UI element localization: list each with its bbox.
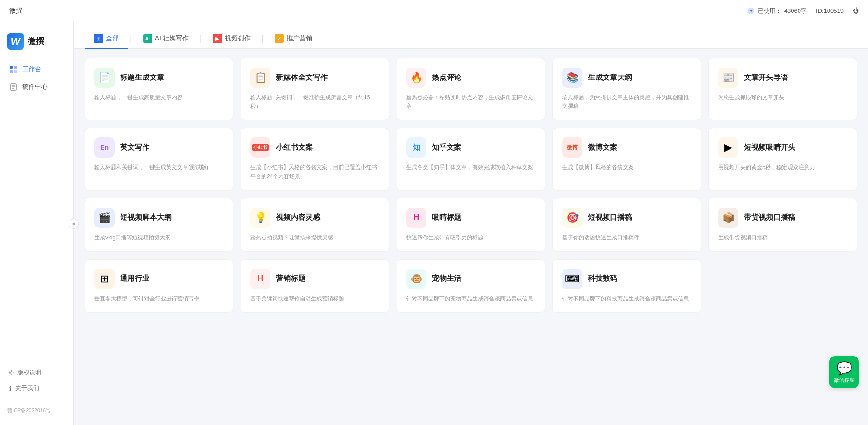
- card-universal-industry[interactable]: ⊞ 通用行业 垂直各大模型，可针对全行业进行营销写作: [85, 259, 233, 313]
- card-title: 宠物生活: [432, 274, 461, 283]
- svg-rect-3: [14, 66, 17, 69]
- card-desc: 针对不同品牌下的科技商品生成符合该商品卖点信息: [562, 295, 691, 303]
- tab-promo-icon: ✓: [275, 34, 284, 43]
- tab-ai-label: AI 社媒写作: [155, 34, 189, 43]
- sidebar-item-label: 工作台: [22, 65, 41, 74]
- tabs: ⊞ 全部 | AI AI 社媒写作 | ▶ 视频创作 | ✓ 推广营销: [74, 22, 868, 49]
- topbar: 微撰 T 已使用： 43060字 ID:100519 ⏻: [0, 0, 868, 22]
- card-header: 💡 视频内容灵感: [250, 208, 379, 228]
- card-marketing-title[interactable]: H 营销标题 基于关键词快速帮你自动生成营销标题: [241, 259, 389, 313]
- card-title: 带货视频口播稿: [744, 213, 795, 222]
- card-icon: 📰: [718, 68, 738, 88]
- card-icon: ⌨: [562, 269, 582, 289]
- card-article-opening[interactable]: 📰 文章开头导语 为您生成抓眼球的文章开头: [708, 58, 857, 120]
- card-header: 知 知乎文案: [406, 137, 535, 158]
- card-desc: 踏热点必备：粘贴实时热点内容，生成多角度评论文章: [406, 93, 535, 111]
- sidebar-logo: W 微撰: [0, 29, 73, 61]
- card-english-writing[interactable]: En 英文写作 输入标题和关键词，一键生成英文文章(测试版): [85, 128, 233, 190]
- card-header: 小红书 小红书文案: [250, 137, 379, 158]
- tab-promo-label: 推广营销: [287, 34, 312, 43]
- about-icon: ℹ: [9, 385, 11, 392]
- sidebar-about[interactable]: ℹ 关于我们: [0, 380, 73, 396]
- svg-text:T: T: [750, 9, 752, 13]
- card-hook-title[interactable]: H 吸睛标题 快速帮你生成带有吸引力的标题: [397, 198, 545, 252]
- tab-all-label: 全部: [106, 34, 119, 43]
- workbench-icon: [9, 65, 17, 74]
- card-grid: 📄 标题生成文章 输入标题，一键生成高质量文章内容 📋 新媒体全文写作 输入标题…: [85, 58, 857, 313]
- sidebar-bottom: © 版权说明 ℹ 关于我们: [0, 357, 73, 403]
- card-icon: 知: [406, 137, 426, 158]
- card-icon: 🐵: [406, 269, 426, 289]
- card-ecommerce-script[interactable]: 📦 带货视频口播稿 生成带货视频口播稿: [708, 198, 857, 252]
- tab-promo[interactable]: ✓ 推广营销: [265, 29, 322, 49]
- sidebar-nav: 工作台 稿件中心: [0, 61, 73, 357]
- card-desc: 快速帮你生成带有吸引力的标题: [406, 233, 535, 242]
- topbar-id: ID:100519: [816, 7, 844, 14]
- card-short-video-hook[interactable]: ▶ 短视频吸睛开头 用视频开头的黄金5秒，稳定观众注意力: [708, 128, 857, 190]
- card-weibo[interactable]: 微博 微博文案 生成【微博】风格的各袋文案: [552, 128, 701, 190]
- card-short-video-outline[interactable]: 🎬 短视频脚本大纲 生成vlog口播等短视频拍摄大纲: [85, 198, 233, 252]
- card-title-article[interactable]: 📄 标题生成文章 输入标题，一键生成高质量文章内容: [85, 58, 233, 120]
- sidebar-beian: 赣ICP备2022016号: [0, 403, 73, 418]
- card-icon: ▶: [718, 137, 738, 158]
- copyright-icon: ©: [9, 369, 14, 376]
- sidebar-item-drafts[interactable]: 稿件中心: [0, 78, 73, 96]
- tab-all-icon: ⊞: [94, 34, 103, 43]
- card-title: 视频内容灵感: [276, 213, 320, 222]
- card-header: ⊞ 通用行业: [94, 269, 224, 289]
- tab-video-icon: ▶: [213, 34, 222, 43]
- card-title: 知乎文案: [432, 143, 461, 153]
- card-title: 吸睛标题: [432, 213, 461, 222]
- wechat-service-label: 微信客服: [834, 377, 854, 384]
- card-header: H 吸睛标题: [406, 208, 535, 228]
- card-desc: 生成vlog口播等短视频拍摄大纲: [94, 233, 224, 242]
- card-desc: 用视频开头的黄金5秒，稳定观众注意力: [718, 163, 847, 172]
- wechat-service-button[interactable]: 💬 微信客服: [829, 356, 859, 388]
- card-desc: 生成【小红书】风格的各袋文案，目前已覆盖小红书平台的24个内容场景: [250, 163, 379, 181]
- card-zhihu[interactable]: 知 知乎文案 生成各类【知乎】体文章，有效完成软植入种草文案: [397, 128, 545, 190]
- card-title: 短视频脚本大纲: [120, 213, 172, 222]
- usage-icon: T: [747, 7, 755, 15]
- topbar-usage: T 已使用： 43060字: [747, 7, 807, 15]
- topbar-right: T 已使用： 43060字 ID:100519 ⏻: [747, 7, 859, 15]
- tab-video[interactable]: ▶ 视频创作: [204, 29, 260, 49]
- card-desc: 垂直各大模型，可针对全行业进行营销写作: [94, 295, 224, 303]
- card-header: ▶ 短视频吸睛开头: [718, 137, 847, 158]
- card-short-video-script[interactable]: 🎯 短视频口播稿 基于你的话题快速生成口播稿件: [552, 198, 701, 252]
- card-title: 小红书文案: [276, 143, 313, 153]
- card-title: 热点评论: [432, 73, 461, 83]
- card-xiaohongshu[interactable]: 小红书 小红书文案 生成【小红书】风格的各袋文案，目前已覆盖小红书平台的24个内…: [241, 128, 389, 190]
- logo-name: 微撰: [28, 36, 44, 47]
- tab-video-label: 视频创作: [225, 34, 251, 43]
- card-video-inspiration[interactable]: 💡 视频内容灵感 踏热点拍视频？让微撰来提供灵感: [241, 198, 389, 252]
- card-new-media[interactable]: 📋 新媒体全文写作 输入标题+关键词，一键准确生成所需文章（约15秒）: [241, 58, 389, 120]
- usage-label: 已使用：: [758, 7, 782, 15]
- card-header: 🔥 热点评论: [406, 68, 535, 88]
- card-desc: 输入标题，为您提供文章主体的灵感，并为其创建推文撰稿: [562, 93, 691, 111]
- tab-all[interactable]: ⊞ 全部: [85, 29, 128, 49]
- logout-icon[interactable]: ⏻: [853, 7, 859, 14]
- card-article-outline[interactable]: 📚 生成文章大纲 输入标题，为您提供文章主体的灵感，并为其创建推文撰稿: [552, 58, 701, 120]
- card-desc: 生成【微博】风格的各袋文案: [562, 163, 691, 172]
- card-header: 📄 标题生成文章: [94, 68, 224, 88]
- sidebar-copyright[interactable]: © 版权说明: [0, 365, 73, 380]
- card-header: H 营销标题: [250, 269, 379, 289]
- card-desc: 为您生成抓眼球的文章开头: [718, 93, 847, 102]
- card-desc: 踏热点拍视频？让微撰来提供灵感: [250, 233, 379, 242]
- topbar-title: 微撰: [9, 7, 22, 15]
- card-hot-comment[interactable]: 🔥 热点评论 踏热点必备：粘贴实时热点内容，生成多角度评论文章: [397, 58, 545, 120]
- card-title: 短视频吸睛开头: [744, 143, 795, 153]
- card-desc: 生成各类【知乎】体文章，有效完成软植入种草文案: [406, 163, 535, 172]
- card-tech-digital[interactable]: ⌨ 科技数码 针对不同品牌下的科技商品生成符合该商品卖点信息: [552, 259, 701, 313]
- card-title: 标题生成文章: [120, 73, 164, 83]
- sidebar-collapse-button[interactable]: ◀: [69, 219, 79, 229]
- tab-ai-social[interactable]: AI AI 社媒写作: [134, 29, 198, 49]
- card-icon: 🎯: [562, 208, 582, 228]
- card-pet-life[interactable]: 🐵 宠物生活 针对不同品牌下的宠物商品生成符合该商品卖点信息: [397, 259, 545, 313]
- card-icon: ⊞: [94, 269, 115, 289]
- card-icon: 微博: [562, 137, 582, 158]
- sidebar-item-workbench[interactable]: 工作台: [0, 61, 73, 78]
- card-header: 🎬 短视频脚本大纲: [94, 208, 224, 228]
- card-desc: 针对不同品牌下的宠物商品生成符合该商品卖点信息: [406, 295, 535, 303]
- card-title: 通用行业: [120, 274, 149, 283]
